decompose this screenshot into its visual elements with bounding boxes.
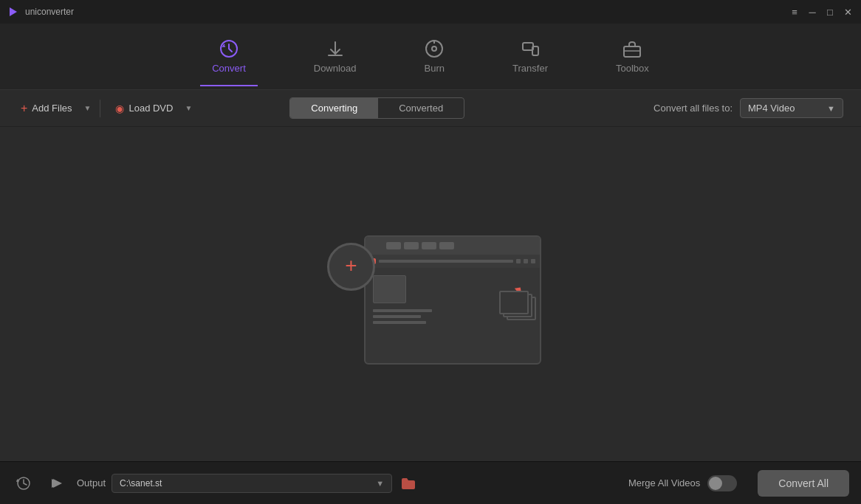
stacked-pages bbox=[499, 291, 536, 320]
empty-state: + bbox=[327, 228, 534, 361]
window-toolbar-dot-1 bbox=[516, 259, 521, 263]
empty-state-illustration: + bbox=[327, 228, 534, 361]
nav-label-transfer: Transfer bbox=[512, 63, 548, 74]
window-line-2 bbox=[373, 315, 421, 318]
window-tab-4 bbox=[439, 242, 454, 249]
window-dot-purple bbox=[371, 243, 377, 249]
window-thumbnail bbox=[373, 275, 406, 303]
nav-label-toolbox: Toolbox bbox=[616, 63, 649, 74]
tab-converting[interactable]: Converting bbox=[290, 98, 378, 118]
toggle-knob bbox=[709, 477, 722, 490]
nav-bar: Convert Download Burn Transfer Toolbox bbox=[0, 24, 861, 90]
speed-button[interactable] bbox=[44, 472, 68, 495]
output-path-value: C:\sanet.st bbox=[120, 478, 162, 489]
nav-item-convert[interactable]: Convert bbox=[200, 33, 258, 80]
merge-label: Merge All Videos bbox=[628, 477, 700, 489]
main-content: + bbox=[0, 127, 861, 461]
history-icon bbox=[16, 476, 31, 491]
window-toolbar-line bbox=[379, 260, 513, 263]
add-files-label: Add Files bbox=[32, 103, 72, 114]
window-line-1 bbox=[373, 309, 432, 312]
toolbox-nav-icon bbox=[622, 39, 642, 58]
toolbar: + Add Files ▼ ◉ Load DVD ▼ Converting Co… bbox=[0, 90, 861, 127]
load-dvd-label: Load DVD bbox=[128, 103, 173, 114]
add-circle: + bbox=[327, 243, 375, 291]
burn-nav-icon bbox=[425, 39, 444, 58]
download-nav-icon bbox=[326, 39, 345, 58]
dvd-icon: ◉ bbox=[115, 103, 124, 114]
merge-section: Merge All Videos bbox=[628, 475, 737, 491]
convert-tab-group: Converting Converted bbox=[289, 97, 464, 119]
stacked-page-3 bbox=[499, 291, 529, 314]
svg-rect-5 bbox=[523, 43, 533, 50]
folder-icon bbox=[401, 477, 416, 490]
window-tab-2 bbox=[404, 242, 419, 249]
convert-all-section: Convert all files to: MP4 Video ▼ bbox=[654, 98, 849, 118]
convert-all-label: Convert all files to: bbox=[654, 103, 733, 114]
add-circle-plus-icon: + bbox=[345, 255, 357, 276]
window-tab-1 bbox=[386, 242, 401, 249]
output-section: Output C:\sanet.st ▼ bbox=[77, 473, 620, 494]
window-toolbar-dot-2 bbox=[524, 259, 528, 263]
output-path-box[interactable]: C:\sanet.st ▼ bbox=[112, 474, 392, 493]
bottom-bar: Output C:\sanet.st ▼ Merge All Videos Co… bbox=[0, 461, 861, 504]
plus-icon: + bbox=[21, 102, 27, 115]
window-line-3 bbox=[373, 321, 426, 324]
format-dropdown[interactable]: MP4 Video ▼ bbox=[740, 98, 843, 118]
minimize-button[interactable]: ─ bbox=[806, 6, 818, 18]
nav-item-toolbox[interactable]: Toolbox bbox=[604, 33, 661, 80]
svg-marker-12 bbox=[53, 479, 62, 488]
load-dvd-dropdown-arrow[interactable]: ▼ bbox=[182, 100, 195, 117]
merge-toggle[interactable] bbox=[707, 475, 737, 491]
svg-rect-8 bbox=[624, 46, 640, 57]
convert-nav-icon bbox=[219, 39, 239, 58]
nav-label-burn: Burn bbox=[425, 63, 445, 74]
transfer-nav-icon bbox=[521, 39, 540, 58]
title-bar-controls: ≡ ─ □ ✕ bbox=[789, 6, 854, 18]
history-button[interactable] bbox=[12, 472, 35, 495]
title-bar: uniconverter ≡ ─ □ ✕ bbox=[0, 0, 861, 24]
window-tabs bbox=[386, 242, 454, 249]
nav-item-transfer[interactable]: Transfer bbox=[501, 33, 560, 80]
load-dvd-button[interactable]: ◉ Load DVD bbox=[106, 98, 182, 119]
format-value: MP4 Video bbox=[748, 103, 795, 114]
nav-label-download: Download bbox=[314, 63, 357, 74]
window-toolbar-dot-3 bbox=[531, 259, 535, 263]
browse-folder-button[interactable] bbox=[398, 473, 419, 494]
maximize-button[interactable]: □ bbox=[824, 6, 836, 18]
window-mockup bbox=[364, 235, 541, 365]
svg-marker-0 bbox=[10, 7, 17, 16]
svg-point-3 bbox=[432, 46, 436, 51]
window-body bbox=[366, 268, 540, 331]
format-dropdown-arrow: ▼ bbox=[827, 104, 835, 113]
window-toolbar bbox=[366, 255, 540, 268]
convert-all-button[interactable]: Convert All bbox=[758, 470, 849, 497]
add-files-dropdown-arrow[interactable]: ▼ bbox=[81, 100, 95, 117]
nav-label-convert: Convert bbox=[212, 63, 246, 74]
nav-item-download[interactable]: Download bbox=[302, 33, 368, 80]
add-files-button[interactable]: + Add Files bbox=[12, 97, 81, 120]
speed-icon bbox=[49, 476, 64, 491]
menu-button[interactable]: ≡ bbox=[789, 6, 800, 18]
window-titlebar bbox=[366, 237, 540, 255]
app-logo-icon bbox=[7, 6, 19, 18]
app-name: uniconverter bbox=[25, 7, 74, 17]
window-tab-3 bbox=[422, 242, 436, 249]
title-bar-left: uniconverter bbox=[7, 6, 74, 18]
toolbar-separator-1 bbox=[100, 100, 100, 117]
output-path-dropdown-arrow: ▼ bbox=[376, 479, 384, 488]
close-button[interactable]: ✕ bbox=[842, 6, 854, 18]
output-label: Output bbox=[77, 477, 106, 489]
nav-item-burn[interactable]: Burn bbox=[413, 33, 456, 80]
tab-converted[interactable]: Converted bbox=[378, 98, 464, 118]
